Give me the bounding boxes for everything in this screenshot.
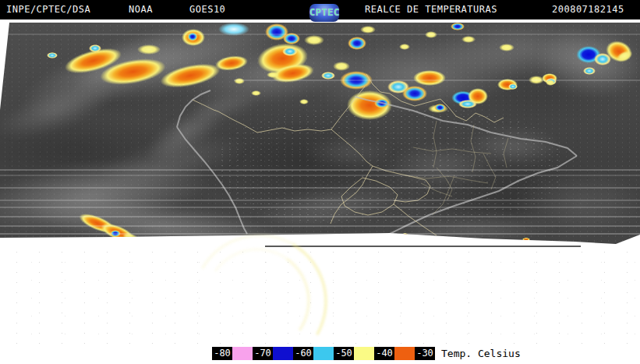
legend-temp-label: -30 bbox=[415, 347, 435, 360]
agency-label: INPE/CPTEC/DSA bbox=[6, 4, 90, 15]
scan-artifact-line bbox=[265, 246, 581, 247]
coastline bbox=[380, 156, 577, 238]
state-border bbox=[471, 125, 476, 172]
legend-color-swatch bbox=[354, 347, 374, 360]
country-border bbox=[394, 204, 437, 235]
state-border bbox=[413, 147, 491, 154]
country-border bbox=[373, 166, 430, 202]
header-bar: INPE/CPTEC/DSA NOAA GOES10 CPTEC REALCE … bbox=[0, 0, 640, 19]
country-border bbox=[193, 100, 218, 111]
state-border bbox=[421, 183, 452, 196]
cptec-logo: CPTEC bbox=[309, 4, 339, 22]
legend-caption: Temp. Celsius bbox=[441, 347, 521, 360]
state-border bbox=[483, 154, 496, 189]
state-border bbox=[504, 138, 508, 168]
coastline bbox=[177, 127, 247, 234]
legend-color-swatch bbox=[394, 347, 415, 360]
state-border bbox=[433, 175, 454, 214]
coastline bbox=[355, 97, 577, 156]
country-border bbox=[341, 178, 398, 215]
country-border bbox=[218, 111, 331, 133]
state-border bbox=[433, 121, 437, 168]
legend-color-swatch bbox=[313, 347, 334, 360]
product-title: REALCE DE TEMPERATURAS bbox=[365, 4, 497, 15]
satellite-weather-product: INPE/CPTEC/DSA NOAA GOES10 CPTEC REALCE … bbox=[0, 0, 640, 364]
satellite-image bbox=[0, 23, 640, 245]
network-label: NOAA bbox=[129, 4, 153, 15]
country-border bbox=[466, 113, 504, 122]
legend-temp-label: -40 bbox=[374, 347, 394, 360]
coastline bbox=[177, 90, 210, 127]
timestamp-label: 200807182145 bbox=[552, 4, 624, 15]
legend-temp-label: -50 bbox=[334, 347, 354, 360]
map-borders-overlay bbox=[0, 23, 640, 245]
satellite-name-label: GOES10 bbox=[189, 4, 225, 15]
country-border bbox=[331, 87, 365, 129]
country-border bbox=[366, 74, 390, 94]
country-border bbox=[331, 129, 373, 166]
